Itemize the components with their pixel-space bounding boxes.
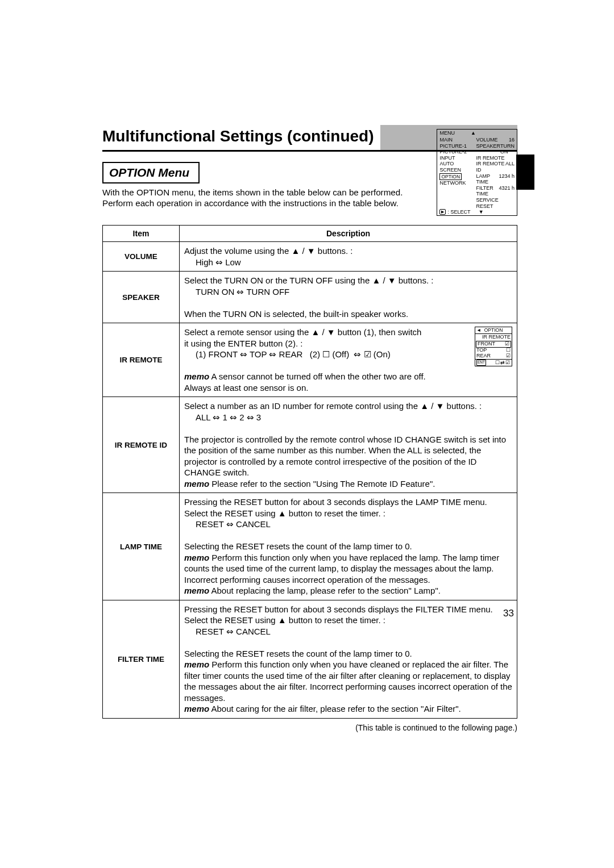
osd-left-item: PICTURE-1 (439, 143, 474, 149)
table-row: SPEAKERSelect the TURN ON or the TURN OF… (103, 272, 517, 323)
osd-select-label: : SELECT (447, 209, 470, 215)
osd-left-item: PICTURE-2 (439, 149, 474, 155)
table-desc-cell: Select the TURN ON or the TURN OFF using… (180, 272, 517, 323)
page-title: Multifunctional Settings (continued) (102, 125, 380, 150)
osd-right-item: SERVICE (476, 197, 515, 203)
table-item-cell: SPEAKER (103, 272, 180, 323)
osd-right-item: IR REMOTE (476, 155, 515, 161)
osd-right-item: LAMP TIME1234 h (476, 173, 515, 185)
table-footnote: (This table is continued to the followin… (102, 723, 517, 732)
table-item-cell: FILTER TIME (103, 600, 180, 718)
osd-nav-key-icon: ▶ (439, 209, 446, 215)
table-row: VOLUMEAdjust the volume using the ▲ / ▼ … (103, 242, 517, 272)
osd-up-arrow-icon: ▲ (455, 130, 492, 136)
osd-right-item: RESET (476, 203, 515, 210)
table-header-desc: Description (180, 226, 517, 242)
table-desc-cell: Pressing the RESET button for about 3 se… (180, 493, 517, 600)
osd-right-item: FILTER TIME4321 h (476, 185, 515, 197)
osd-menu: MENU ▲ MAINPICTURE-1PICTURE-2INPUTAUTOSC… (437, 129, 517, 216)
osd-left-item-selected: OPTION (439, 173, 462, 180)
osd-menu-label: MENU (439, 130, 455, 136)
table-item-cell: LAMP TIME (103, 493, 180, 600)
table-desc-cell: Adjust the volume using the ▲ / ▼ button… (180, 242, 517, 272)
option-table: Item Description VOLUMEAdjust the volume… (102, 225, 517, 719)
table-row: LAMP TIMEPressing the RESET button for a… (103, 493, 517, 600)
osd-left-item: MAIN (439, 137, 474, 143)
table-desc-cell: Select a number as an ID number for remo… (180, 397, 517, 493)
osd-right-column: VOLUME16SPEAKERTURN ONIR REMOTEIR REMOTE… (474, 136, 517, 209)
table-header-item: Item (103, 226, 180, 242)
ir-remote-popup: ◄OPTIONIR REMOTEFRONT☑TOP☐REAR☑ENT☐⇄☑ (475, 327, 512, 366)
osd-left-column: MAINPICTURE-1PICTURE-2INPUTAUTOSCREENOPT… (437, 136, 474, 209)
table-desc-cell: Select a remote sensor using the ▲ / ▼ b… (180, 323, 517, 397)
osd-right-item: SPEAKERTURN ON (476, 143, 515, 155)
osd-left-item: OPTION (439, 173, 474, 180)
table-item-cell: VOLUME (103, 242, 180, 272)
osd-left-item: AUTO (439, 161, 474, 167)
table-desc-cell: Pressing the RESET button for about 3 se… (180, 600, 517, 718)
table-item-cell: IR REMOTE (103, 323, 180, 397)
table-row: IR REMOTESelect a remote sensor using th… (103, 323, 517, 397)
osd-left-item: SCREEN (439, 167, 474, 173)
osd-right-item: VOLUME16 (476, 137, 515, 143)
table-row: IR REMOTE IDSelect a number as an ID num… (103, 397, 517, 493)
table-item-cell: IR REMOTE ID (103, 397, 180, 493)
option-menu-header: OPTION Menu (102, 162, 200, 183)
osd-left-item: INPUT (439, 155, 474, 161)
osd-right-item: IR REMOTE IDALL (476, 161, 515, 173)
page-side-tab (516, 155, 534, 190)
osd-left-item: NETWORK (439, 180, 474, 186)
table-row: FILTER TIMEPressing the RESET button for… (103, 600, 517, 718)
osd-down-arrow-icon: ▼ (470, 209, 492, 215)
option-menu-intro: With the OPTION menu, the items shown in… (102, 187, 430, 209)
page-number: 33 (503, 608, 514, 619)
